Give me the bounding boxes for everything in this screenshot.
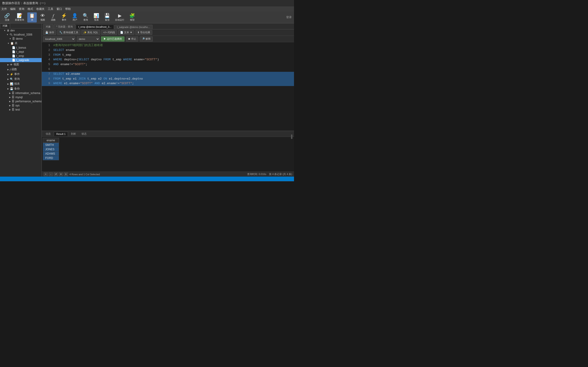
sec-toolbar: 💾 保存 🔧 查询创建工具 ✨ 美化 SQL </> 代码段 📄 文本 ▼ ⬆ … (42, 29, 294, 36)
report-btn[interactable]: 📊 报表 (92, 12, 101, 23)
sidebar-item-localhost[interactable]: ▼ 🔌 localhost_3306 (0, 33, 42, 37)
main-toolbar: 🔗 连接 📝 新建查询 📋 表 👁 视图 𝑓 函数 ⚡ 事件 👤 用户 🔍 查询… (0, 11, 294, 23)
code-editor[interactable]: 1 #查询与SCOTT相同部门的员工都有谁 2 SELECT ename 3 F… (42, 42, 294, 131)
profile-tab[interactable]: 剖析 (69, 131, 78, 136)
table-row[interactable]: SMITH (43, 143, 59, 147)
result-delete-btn[interactable]: ✕ (59, 173, 63, 176)
explain-btn[interactable]: 🔎 解释 (140, 36, 153, 42)
sidebar-item-events[interactable]: ▶ ⚡ 事件 (0, 72, 42, 77)
table-row[interactable]: JONES (43, 147, 59, 152)
backup-icon: 💾 (104, 13, 110, 18)
model-btn[interactable]: 🧩 模型 (128, 12, 137, 23)
connection-select[interactable]: localhost_3306 (43, 36, 75, 42)
beautify-btn[interactable]: ✨ 美化 SQL (81, 30, 100, 35)
event-btn[interactable]: ⚡ 事件 (59, 12, 69, 23)
export-btn[interactable]: ⬆ 导出结果 (135, 30, 152, 35)
query-tool-btn[interactable]: 🔧 查询创建工具 (57, 30, 80, 35)
query-time-status: 查询时间: 0.016s (247, 173, 266, 176)
result-prev-btn[interactable]: - (49, 173, 53, 176)
database-select[interactable]: demo (77, 36, 100, 42)
connect-btn[interactable]: 🔗 连接 (2, 12, 12, 23)
backup-label: 备份 (105, 18, 110, 22)
backup-btn[interactable]: 💾 备份 (103, 12, 112, 23)
menu-query[interactable]: 查询 (19, 7, 24, 11)
sidebar-item-t-salgrade[interactable]: 📄 t_salgrade (0, 58, 42, 62)
code-line-3: 3 FROM t_emp (42, 53, 294, 58)
menu-edit[interactable]: 编辑 (10, 7, 16, 11)
sidebar-item-queries[interactable]: ▶ 🔍 查询 (0, 77, 42, 81)
table-row[interactable]: FORD (43, 156, 59, 160)
main-layout: 对象 ▼ 🖥 dev ▼ 🔌 localhost_3306 ▼ 🗄 demo ▼… (0, 23, 294, 177)
sidebar-item-dev[interactable]: ▼ 🖥 dev (0, 28, 42, 33)
func-icon: 𝑓 (52, 13, 54, 18)
menu-tools[interactable]: 工具 (48, 7, 53, 11)
autorun-btn[interactable]: ▶ 自动运行 (113, 12, 126, 23)
sidebar-item-tables[interactable]: ▼ 📋 表 (0, 41, 42, 46)
content-area: 对象 * 无标题 - 查询 t_emp @demo (localhost_3..… (42, 23, 294, 177)
salgrade-tab[interactable]: t_salgrade @demo (localho... (114, 25, 153, 29)
sidebar-item-t-dept[interactable]: 📄 t_dept (0, 50, 42, 54)
sidebar-item-t-bonus[interactable]: 📄 t_bonus (0, 46, 42, 50)
sidebar-item-functions[interactable]: ▶ 𝑓 函数 (0, 67, 42, 72)
sidebar-item-test[interactable]: ▶ 🗄 test (0, 108, 42, 112)
user-btn[interactable]: 👤 用户 (70, 12, 79, 23)
menu-help[interactable]: 帮助 (65, 7, 71, 11)
view-btn[interactable]: 👁 视图 (38, 12, 47, 23)
report-label: 报表 (94, 18, 99, 22)
new-query-btn[interactable]: 📝 新建查询 (13, 12, 26, 23)
code-btn[interactable]: </> 代码段 (101, 30, 117, 35)
func-btn[interactable]: 𝑓 函数 (49, 12, 58, 23)
video-bar: ▶ 20:12 / 20:33 🔊 正常 超清 线路 ⚙ ⛶ (0, 181, 294, 184)
info-tab[interactable]: 信息 (43, 131, 53, 136)
query-btn[interactable]: 🔍 查询 (81, 12, 90, 23)
page-info-status: 第 4 条记录 (共 4 条) (269, 173, 292, 176)
table-btn[interactable]: 📋 表 (27, 12, 37, 23)
text-btn[interactable]: 📄 文本 ▼ (118, 30, 134, 35)
result-info-btn[interactable]: ℹ (64, 173, 68, 176)
code-line-6: 6 (42, 67, 294, 72)
emp-tab[interactable]: t_emp @demo (localhost_3... (76, 25, 114, 29)
title-bar: 数据操作语言：表连接查询（一） (0, 0, 294, 6)
sidebar-item-backups[interactable]: ▶ 💾 备份 (0, 86, 42, 91)
object-tab[interactable]: 对象 (43, 24, 53, 29)
result-first-btn[interactable]: + (44, 173, 48, 176)
status-bar (0, 177, 294, 181)
menu-file[interactable]: 文件 (1, 7, 7, 11)
connect-label: 连接 (5, 18, 9, 22)
stop-btn[interactable]: ⏹ 停止 (126, 36, 138, 42)
result-refresh-btn[interactable]: ↺ (54, 173, 58, 176)
query-icon: 🔍 (83, 13, 88, 18)
table-row[interactable]: ADAMS (43, 152, 59, 156)
untitled-query-tab[interactable]: * 无标题 - 查询 (54, 24, 75, 29)
status-tab[interactable]: 状态 (79, 131, 89, 136)
menu-window[interactable]: 窗口 (57, 7, 62, 11)
object-panel-tab[interactable]: 对象 (0, 23, 10, 28)
code-line-4: 4 WHERE deptno=(SELECT deptno FROM t_emp… (42, 57, 294, 62)
model-label: 模型 (130, 18, 135, 22)
sidebar-item-sys[interactable]: ▶ 🗄 sys (0, 103, 42, 108)
sidebar-item-t-emp[interactable]: 📄 t_emp (0, 54, 42, 58)
menu-format[interactable]: 格式 (27, 7, 33, 11)
code-line-5: 5 AND ename!="SCOTT"; (42, 62, 294, 67)
func-label: 函数 (51, 18, 56, 22)
sidebar: 对象 ▼ 🖥 dev ▼ 🔌 localhost_3306 ▼ 🗄 demo ▼… (0, 23, 42, 177)
result-nav-btns: + - ↺ ✕ ℹ (44, 173, 68, 176)
menu-bookmarks[interactable]: 收藏夹 (36, 7, 44, 11)
sidebar-item-info-schema[interactable]: ▶ 🗄 information_schema (0, 91, 42, 95)
sidebar-item-reports[interactable]: ▶ 📊 报表 (0, 81, 42, 86)
col-ename: ename (43, 138, 59, 143)
table-icon: 📋 (29, 13, 35, 18)
event-icon: ⚡ (61, 13, 67, 18)
code-line-9: 9 WHERE e1.ename="SCOTT" AND e2.ename!="… (42, 81, 294, 86)
sidebar-item-views[interactable]: ▶ 👁 视图 (0, 62, 42, 67)
autorun-label: 自动运行 (115, 18, 124, 22)
results-panel: 信息 Result 1 剖析 状态 ename (42, 131, 294, 177)
sidebar-item-demo[interactable]: ▼ 🗄 demo (0, 37, 42, 41)
sidebar-item-perf-schema[interactable]: ▶ 🗄 performance_schema (0, 99, 42, 103)
result1-tab[interactable]: Result 1 (54, 132, 68, 136)
code-line-7: 7 SELECT e2.ename (42, 72, 294, 77)
save-btn[interactable]: 💾 保存 (43, 30, 56, 35)
sidebar-item-mysql[interactable]: ▶ 🗄 mysql (0, 95, 42, 99)
login-label[interactable]: 登录 (286, 15, 292, 19)
run-btn[interactable]: ▶ 运行已选择的 (101, 36, 124, 42)
